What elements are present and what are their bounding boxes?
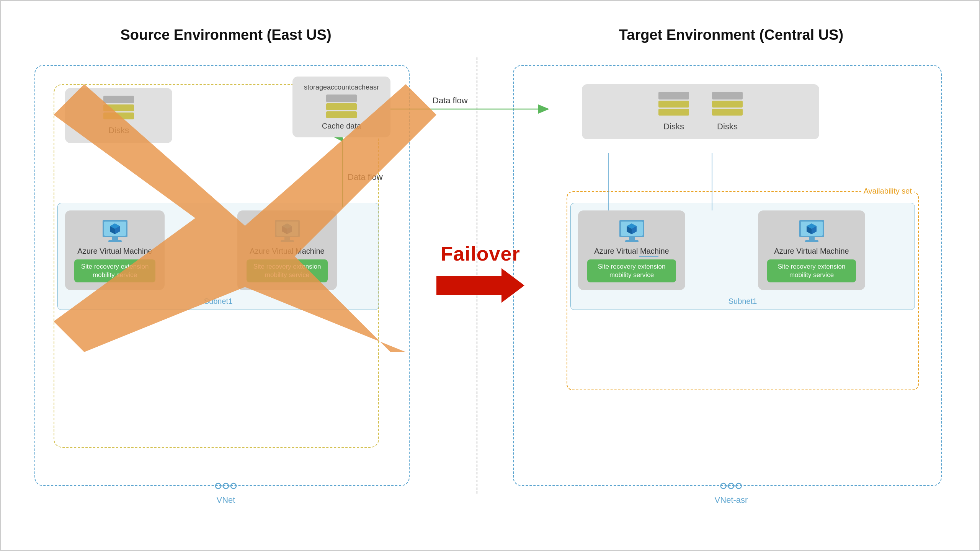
svg-rect-10 — [108, 240, 122, 242]
target-disk-1: Disks — [658, 92, 689, 132]
target-title: Target Environment (Central US) — [619, 27, 843, 43]
source-cache-box: storageaccountcacheasr Cache data — [292, 77, 390, 137]
svg-rect-31 — [712, 101, 743, 108]
target-disks-group: Disks Disks — [582, 84, 819, 139]
svg-marker-66 — [436, 268, 524, 303]
target-disk-icon-1 — [658, 92, 689, 117]
svg-rect-47 — [809, 237, 815, 240]
svg-rect-18 — [281, 240, 294, 242]
svg-point-51 — [736, 483, 742, 489]
target-subnet-label: Subnet1 — [728, 297, 757, 306]
source-mobility1: Site recovery extension mobility service — [74, 259, 155, 282]
source-vnet-icon — [214, 478, 237, 494]
svg-rect-29 — [658, 109, 689, 116]
source-vnet-label: VNet — [217, 495, 235, 505]
svg-rect-40 — [625, 240, 639, 242]
failover-label: Failover — [441, 242, 520, 265]
failover-arrow-icon — [436, 268, 524, 303]
target-vnet-icon — [720, 478, 743, 494]
target-disk-icon-2 — [712, 92, 743, 117]
svg-rect-0 — [103, 96, 134, 103]
svg-rect-2 — [103, 112, 134, 119]
svg-rect-24 — [326, 95, 357, 102]
availability-set-label: Availability set — [861, 187, 914, 196]
target-mobility1: Site recovery extension mobility service — [587, 259, 676, 282]
svg-rect-27 — [658, 92, 689, 99]
full-diagram: Source Environment (East US) Disks — [23, 27, 957, 524]
source-disks-group: Disks — [65, 88, 172, 143]
svg-rect-28 — [658, 101, 689, 108]
svg-rect-39 — [629, 237, 635, 240]
source-disk-1: Disks — [103, 96, 134, 135]
svg-rect-30 — [712, 92, 743, 99]
target-vnet-area: VNet-asr — [715, 478, 748, 505]
svg-rect-17 — [284, 237, 290, 240]
source-title: Source Environment (East US) — [120, 27, 331, 43]
svg-point-19 — [216, 483, 221, 489]
svg-rect-9 — [112, 237, 118, 240]
target-vm2-label: Azure Virtual Machine — [774, 247, 849, 256]
target-vnet-label: VNet-asr — [715, 495, 748, 505]
cache-data-label: Cache data — [322, 122, 361, 130]
svg-point-21 — [231, 483, 236, 489]
source-mobility2: Site recovery extension mobility service — [247, 259, 328, 282]
target-disk-2: Disks — [712, 92, 743, 132]
failover-container: Failover — [436, 242, 524, 303]
source-region: Source Environment (East US) Disks — [23, 27, 429, 517]
target-mobility2: Site recovery extension mobility service — [767, 259, 856, 282]
source-vm2-label: Azure Virtual Machine — [250, 247, 324, 256]
target-disk1-label: Disks — [663, 122, 684, 132]
source-subnet-label: Subnet1 — [204, 297, 233, 306]
target-vm2-icon — [795, 218, 828, 247]
source-vm1: Azure Virtual Machine Site recovery exte… — [65, 210, 165, 290]
source-vm1-icon — [99, 218, 131, 247]
svg-rect-26 — [326, 111, 357, 118]
source-vm2-icon — [271, 218, 304, 247]
cache-disk-icon — [326, 95, 357, 119]
target-region: Target Environment (Central US) Availabi… — [505, 27, 957, 517]
target-disk2-label: Disks — [717, 122, 738, 132]
source-vm2: Azure Virtual Machine Site recovery exte… — [237, 210, 337, 290]
svg-rect-32 — [712, 109, 743, 116]
svg-rect-25 — [326, 103, 357, 110]
main-container: Source Environment (East US) Disks — [0, 0, 980, 551]
storage-account-label: storageaccountcacheasr — [304, 83, 379, 91]
target-vm1: Azure Virtual Machine Site recovery exte… — [578, 210, 685, 290]
svg-rect-48 — [805, 240, 818, 242]
svg-text:Data flow: Data flow — [433, 96, 468, 105]
target-vm1-label: Azure Virtual Machine — [594, 247, 669, 256]
disk-icon-1 — [103, 96, 134, 121]
svg-point-49 — [721, 483, 726, 489]
svg-point-20 — [223, 483, 229, 489]
target-vm1-icon — [616, 218, 648, 247]
source-disks-label: Disks — [108, 126, 129, 135]
target-vm2: Azure Virtual Machine Site recovery exte… — [758, 210, 865, 290]
source-vm1-label: Azure Virtual Machine — [77, 247, 152, 256]
svg-rect-1 — [103, 104, 134, 111]
svg-point-50 — [728, 483, 734, 489]
source-vnet-area: VNet — [214, 478, 237, 505]
